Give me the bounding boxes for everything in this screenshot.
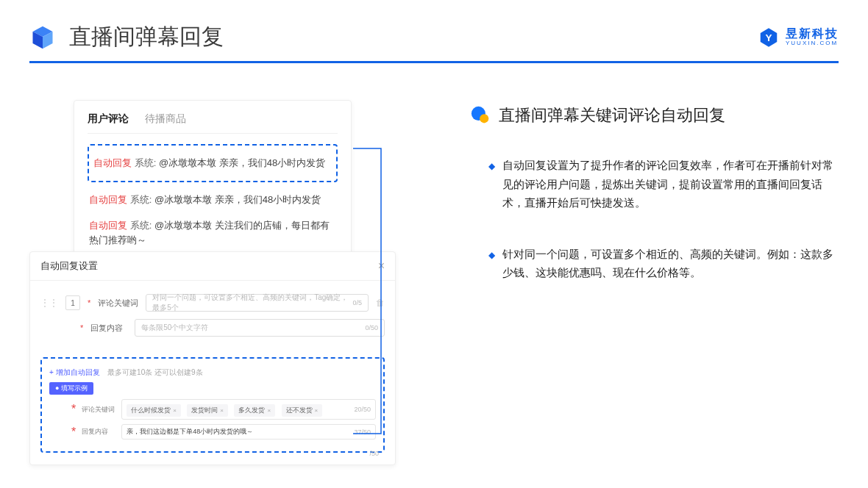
- settings-header: 自动回复设置 ×: [30, 252, 395, 281]
- keyword-counter: 0/5: [352, 299, 362, 306]
- index-box: 1: [65, 295, 80, 310]
- keyword-input[interactable]: 对同一个问题，可设置多个相近、高频的关键词，Tag确定，最多5个 0/5: [146, 294, 369, 312]
- diamond-icon: ◆: [488, 159, 495, 212]
- left-column: 用户评论 待播商品 自动回复 系统: @冰墩墩本墩 亲亲，我们48小时内发货 自…: [29, 100, 427, 315]
- bullet-text: 针对同一个问题，可设置多个相近的、高频的关键词。例如：这款多少钱、这块能优惠吗、…: [502, 245, 839, 282]
- add-hint: 最多可建10条 还可以创建9条: [107, 368, 202, 376]
- chat-bubble-icon: [471, 106, 490, 125]
- comment-row: 自动回复 系统: @冰墩墩本墩 关注我们的店铺，每日都有热门推荐哟～: [88, 212, 338, 253]
- page-title: 直播间弹幕回复: [69, 22, 224, 52]
- drag-handle-icon[interactable]: ⋮⋮: [40, 298, 58, 308]
- system-label: 系统:: [135, 157, 157, 168]
- content-label: 回复内容: [90, 323, 127, 334]
- header-left: 直播间弹幕回复: [29, 22, 224, 52]
- bullet-item: ◆ 自动回复设置为了提升作者的评论回复效率，作者可在开播前针对常见的评论用户问题…: [471, 156, 839, 212]
- required-dot: *: [88, 298, 90, 307]
- add-auto-reply-link[interactable]: + 增加自动回复: [49, 368, 100, 376]
- auto-reply-tag: 自动回复: [93, 157, 132, 168]
- content-counter: 0/50: [365, 324, 378, 331]
- brand-main: 昱新科技: [786, 27, 839, 40]
- example-keyword-row: * 评论关键词 什么时候发货× 发货时间× 多久发货× 还不发货× 20/50: [49, 399, 376, 420]
- settings-title: 自动回复设置: [40, 259, 98, 273]
- content-row: * 回复内容 每条限50个中文字符 0/50: [40, 319, 385, 337]
- example-box: + 增加自动回复 最多可建10条 还可以创建9条 ● 填写示例 * 评论关键词 …: [40, 357, 385, 453]
- brand: Y 昱新科技 YUUXIN.COM: [758, 26, 839, 49]
- example-content-row: * 回复内容 亲，我们这边都是下单48小时内发货的哦～ 37/50: [49, 424, 376, 439]
- system-label: 系统:: [130, 220, 152, 231]
- content-input[interactable]: 每条限50个中文字符 0/50: [135, 319, 385, 337]
- required-dot: *: [80, 323, 83, 332]
- keyword-label: 评论关键词: [98, 298, 138, 309]
- content: 用户评论 待播商品 自动回复 系统: @冰墩墩本墩 亲亲，我们48小时内发货 自…: [0, 63, 868, 315]
- tag-chip[interactable]: 发货时间×: [187, 404, 228, 417]
- brand-sub: YUUXIN.COM: [786, 40, 839, 47]
- required-dot: *: [71, 403, 76, 416]
- overflow-counter: /50: [369, 450, 379, 457]
- example-content-counter: 37/50: [354, 428, 371, 436]
- tag-chip[interactable]: 还不发货×: [282, 404, 323, 417]
- bullet-item: ◆ 针对同一个问题，可设置多个相近的、高频的关键词。例如：这款多少钱、这块能优惠…: [471, 245, 839, 282]
- example-content-input[interactable]: 亲，我们这边都是下单48小时内发货的哦～ 37/50: [121, 424, 376, 439]
- tab-pending-goods[interactable]: 待播商品: [145, 112, 186, 126]
- section-title-row: 直播间弹幕关键词评论自动回复: [471, 104, 839, 126]
- right-column: 直播间弹幕关键词评论自动回复 ◆ 自动回复设置为了提升作者的评论回复效率，作者可…: [471, 100, 839, 315]
- comment-row: 自动回复 系统: @冰墩墩本墩 亲亲，我们48小时内发货: [92, 150, 333, 176]
- settings-body: ⋮⋮ 1 * 评论关键词 对同一个问题，可设置多个相近、高频的关键词，Tag确定…: [30, 281, 395, 347]
- example-keyword-counter: 20/50: [354, 406, 371, 413]
- brand-logo-icon: Y: [758, 26, 780, 49]
- keyword-row: ⋮⋮ 1 * 评论关键词 对同一个问题，可设置多个相近、高频的关键词，Tag确定…: [40, 294, 385, 312]
- example-keyword-input[interactable]: 什么时候发货× 发货时间× 多久发货× 还不发货× 20/50: [121, 399, 376, 420]
- example-badge: ● 填写示例: [49, 382, 93, 395]
- example-content-label: 回复内容: [82, 427, 115, 437]
- example-content-value: 亲，我们这边都是下单48小时内发货的哦～: [127, 427, 253, 437]
- tag-list: 什么时候发货× 发货时间× 多久发货× 还不发货×: [127, 402, 325, 417]
- trash-icon[interactable]: 🗑: [376, 298, 385, 308]
- tag-chip[interactable]: 什么时候发货×: [127, 404, 181, 417]
- add-row: + 增加自动回复 最多可建10条 还可以创建9条: [49, 365, 376, 378]
- tabs: 用户评论 待播商品: [88, 112, 338, 134]
- comment-text: @冰墩墩本墩 亲亲，我们48小时内发货: [159, 157, 325, 168]
- settings-card: 自动回复设置 × ⋮⋮ 1 * 评论关键词 对同一个问题，可设置多个相近、高频的…: [29, 251, 396, 465]
- content-placeholder: 每条限50个中文字符: [141, 323, 208, 333]
- cube-icon: [29, 24, 56, 51]
- tab-user-comments[interactable]: 用户评论: [88, 112, 129, 126]
- diamond-icon: ◆: [488, 248, 495, 282]
- system-label: 系统:: [130, 194, 152, 205]
- tag-chip[interactable]: 多久发货×: [234, 404, 275, 417]
- comment-text: @冰墩墩本墩 亲亲，我们48小时内发货: [154, 194, 321, 205]
- auto-reply-tag: 自动回复: [89, 194, 127, 205]
- keyword-placeholder: 对同一个问题，可设置多个相近、高频的关键词，Tag确定，最多5个: [152, 293, 352, 313]
- highlighted-comment: 自动回复 系统: @冰墩墩本墩 亲亲，我们48小时内发货: [88, 144, 338, 182]
- required-dot: *: [71, 426, 76, 439]
- page-header: 直播间弹幕回复 Y 昱新科技 YUUXIN.COM: [0, 0, 868, 61]
- close-icon[interactable]: ×: [378, 259, 385, 273]
- comment-row: 自动回复 系统: @冰墩墩本墩 亲亲，我们48小时内发货: [88, 187, 338, 213]
- auto-reply-tag: 自动回复: [89, 220, 127, 231]
- svg-point-5: [480, 114, 488, 123]
- example-keyword-label: 评论关键词: [82, 405, 115, 415]
- section-title: 直播间弹幕关键词评论自动回复: [499, 104, 725, 126]
- bullet-text: 自动回复设置为了提升作者的评论回复效率，作者可在开播前针对常见的评论用户问题，提…: [502, 156, 839, 212]
- brand-text: 昱新科技 YUUXIN.COM: [786, 27, 839, 46]
- svg-text:Y: Y: [765, 32, 772, 43]
